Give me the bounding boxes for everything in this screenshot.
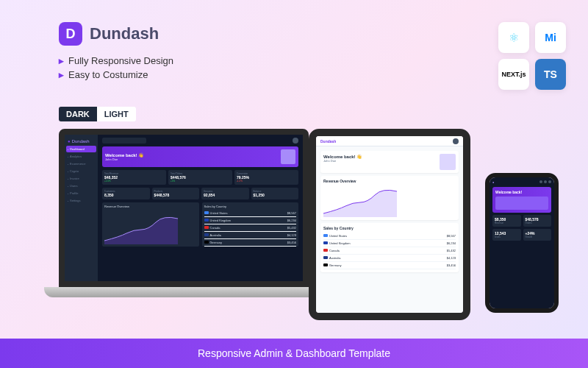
area-chart-icon <box>323 188 397 217</box>
phone-mockup: ● Welcome back! $8,350Revenue $48,578Ord… <box>485 173 559 313</box>
sidebar-item-dashboard[interactable]: Dashboard <box>66 146 96 152</box>
sidebar-item[interactable]: Users <box>66 183 96 189</box>
header-icons[interactable] <box>539 180 551 184</box>
illustration <box>495 197 548 210</box>
stat-card: Total Orders$448,576+5% <box>168 170 232 185</box>
country-row: United States$8,567 <box>323 233 456 240</box>
flag-icon <box>204 226 209 229</box>
header-logo: Dundash <box>320 139 336 144</box>
arrow-icon: ▸ <box>59 69 64 80</box>
welcome-banner: Welcome back! <box>492 187 551 213</box>
flag-icon <box>204 241 209 244</box>
feature-item: ▸ Easy to Costumize <box>59 69 173 80</box>
country-row: Canada$5,432 <box>323 247 456 255</box>
light-dashboard-preview: Dundash Welcome back! 👋 John Doe Revenue… <box>316 136 463 313</box>
welcome-banner: Welcome back! 👋 John Doe <box>102 146 298 167</box>
welcome-banner: Welcome back! 👋 John Doe <box>320 151 459 173</box>
nextjs-icon: NEXT.js <box>498 59 529 90</box>
flag-icon <box>323 234 328 237</box>
search-input[interactable] <box>102 138 146 144</box>
footer-tagline: Responsive Admin & Dashboard Template <box>0 339 588 368</box>
stat-card: +24%Growth <box>523 229 552 241</box>
mobile-logo: ● <box>492 180 494 184</box>
dark-mode-label: DARK <box>59 107 97 121</box>
flag-icon <box>204 233 209 236</box>
country-row: Canada$5,432 <box>204 224 297 232</box>
country-row: United Kingdom$6,234 <box>204 217 297 224</box>
sidebar-logo: Dundash <box>66 138 96 145</box>
tech-stack-badges: ⚛ Mi NEXT.js TS <box>498 22 566 90</box>
feature-text: Fully Responsive Design <box>68 55 173 66</box>
stat-card: $48,578Orders <box>523 215 552 227</box>
sidebar-item[interactable]: Invoice <box>66 175 96 182</box>
dark-dashboard-preview: Dundash Dashboard Analytics Ecommerce Cr… <box>65 135 303 281</box>
illustration <box>281 149 295 164</box>
typescript-icon: TS <box>535 59 566 90</box>
welcome-user: John Doe <box>105 158 143 161</box>
tablet-mockup: Dundash Welcome back! 👋 John Doe Revenue… <box>309 129 470 320</box>
theme-mode-badge: DARK LIGHT <box>59 107 136 121</box>
brand-logo: D Dundash <box>59 22 159 46</box>
feature-list: ▸ Fully Responsive Design ▸ Easy to Cost… <box>59 55 173 83</box>
sidebar-item[interactable]: Settings <box>66 197 96 204</box>
logo-badge: D <box>59 22 82 46</box>
arrow-icon: ▸ <box>59 55 64 66</box>
user-avatar[interactable] <box>293 138 298 144</box>
sidebar-item[interactable]: Crypto <box>66 168 96 174</box>
feature-text: Easy to Costumize <box>68 69 148 80</box>
feature-item: ▸ Fully Responsive Design <box>59 55 173 66</box>
react-icon: ⚛ <box>498 22 529 53</box>
sidebar-item[interactable]: Profile <box>66 190 96 197</box>
stat-card: Total Revenue$48,352+2.5% <box>102 170 166 185</box>
revenue-chart: Revenue Overview <box>102 202 199 247</box>
stat-card: Balance$1,250 <box>251 188 299 199</box>
stat-card: Sessions92,854 <box>201 188 249 199</box>
light-mode-label: LIGHT <box>97 107 136 121</box>
flag-icon <box>204 211 209 214</box>
sidebar-item[interactable]: Analytics <box>66 153 96 160</box>
stat-card: Products$448,578 <box>152 188 200 199</box>
flag-icon <box>323 249 328 252</box>
country-row: Germany$3,456 <box>323 262 456 269</box>
sales-country-card: Sales by Country United States$8,567 Uni… <box>202 202 299 247</box>
sidebar: Dundash Dashboard Analytics Ecommerce Cr… <box>65 135 98 281</box>
mui-icon: Mi <box>535 22 566 53</box>
stat-card: 12,543Users <box>492 229 521 241</box>
stat-card: $8,350Revenue <box>492 215 521 227</box>
mobile-dashboard-preview: ● Welcome back! $8,350Revenue $48,578Ord… <box>490 177 554 308</box>
flag-icon <box>323 256 328 259</box>
country-row: Germany$3,456 <box>204 239 297 247</box>
user-avatar[interactable] <box>453 138 459 144</box>
country-row: Australia$4,123 <box>323 255 456 262</box>
country-row: United States$8,567 <box>204 210 297 217</box>
revenue-chart: Revenue Overview <box>320 176 459 220</box>
country-row: United Kingdom$6,234 <box>323 240 456 247</box>
laptop-mockup: Dundash Dashboard Analytics Ecommerce Cr… <box>44 129 323 297</box>
flag-icon <box>204 219 209 222</box>
flag-icon <box>323 263 328 266</box>
line-chart-icon <box>104 215 178 244</box>
flag-icon <box>323 241 328 244</box>
sidebar-item[interactable]: Ecommerce <box>66 160 96 167</box>
brand-name: Dundash <box>90 24 159 43</box>
country-row: Australia$4,123 <box>204 232 297 239</box>
stat-card: Conversion79.25%-1.2% <box>234 170 298 185</box>
sales-country-card: Sales by Country United States$8,567 Uni… <box>320 223 459 272</box>
illustration <box>440 154 456 170</box>
stat-card: Customers8,350 <box>102 188 150 199</box>
